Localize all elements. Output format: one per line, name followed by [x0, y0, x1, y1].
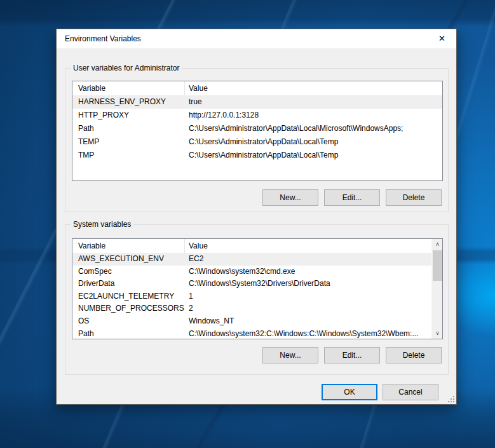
table-row[interactable]: TEMPC:\Users\Administrator\AppData\Local… [72, 135, 442, 149]
user-edit-button[interactable]: Edit... [324, 189, 380, 206]
scroll-down-icon[interactable]: ∨ [432, 328, 443, 339]
value-cell: C:\Users\Administrator\AppData\Local\Tem… [185, 149, 442, 162]
system-variables-group-label: System variables [71, 220, 133, 229]
variable-cell: TMP [72, 149, 185, 162]
variable-cell: TEMP [72, 135, 185, 149]
variable-cell: Path [72, 328, 185, 339]
variable-cell: OS [72, 315, 185, 328]
table-row[interactable]: AWS_EXECUTION_ENVEC2 [72, 253, 431, 266]
variable-cell: HARNESS_ENV_PROXY [72, 95, 185, 109]
value-cell: C:\Windows\system32\cmd.exe [185, 266, 431, 278]
column-header-variable[interactable]: Variable [72, 239, 185, 253]
user-new-button[interactable]: New... [262, 189, 318, 206]
vertical-scrollbar[interactable]: ∧ ∨ [431, 239, 442, 339]
scrollbar-thumb[interactable] [433, 250, 442, 281]
table-row[interactable]: ComSpecC:\Windows\system32\cmd.exe [72, 266, 431, 278]
variable-cell: AWS_EXECUTION_ENV [72, 253, 185, 266]
variable-cell: EC2LAUNCH_TELEMETRY [72, 290, 185, 303]
column-header-variable[interactable]: Variable [72, 81, 185, 95]
variable-cell: DriverData [72, 278, 185, 290]
close-icon: ✕ [438, 34, 445, 43]
table-row[interactable]: TMPC:\Users\Administrator\AppData\Local\… [72, 149, 442, 162]
system-edit-button[interactable]: Edit... [324, 347, 380, 363]
desktop-wallpaper: Environment Variables ✕ User variables f… [0, 0, 495, 448]
list-header[interactable]: Variable Value [72, 239, 442, 253]
close-button[interactable]: ✕ [428, 29, 456, 48]
user-variables-list[interactable]: Variable Value HARNESS_ENV_PROXYtrueHTTP… [72, 81, 443, 181]
variable-cell: HTTP_PROXY [72, 109, 185, 122]
value-cell: http://127.0.0.1:3128 [185, 109, 442, 122]
cancel-button[interactable]: Cancel [383, 384, 438, 400]
ok-button[interactable]: OK [322, 384, 377, 400]
value-cell: true [185, 95, 442, 109]
scroll-up-icon[interactable]: ∧ [432, 239, 443, 250]
title-bar[interactable]: Environment Variables ✕ [57, 29, 456, 48]
value-cell: C:\Windows\system32:C:\Windows:C:\Window… [185, 328, 431, 339]
variable-cell: ComSpec [72, 266, 185, 278]
value-cell: C:\Windows\System32\Drivers\DriverData [185, 278, 431, 290]
user-delete-button[interactable]: Delete [386, 189, 442, 206]
table-row[interactable]: PathC:\Windows\system32:C:\Windows:C:\Wi… [72, 328, 431, 339]
value-cell: 2 [185, 302, 431, 315]
window-title: Environment Variables [65, 29, 141, 48]
user-variables-group-label: User variables for Administrator [71, 64, 182, 72]
value-cell: 1 [185, 290, 431, 303]
value-cell: C:\Users\Administrator\AppData\Local\Tem… [185, 135, 442, 149]
value-cell: EC2 [185, 253, 431, 266]
table-row[interactable]: DriverDataC:\Windows\System32\Drivers\Dr… [72, 278, 431, 290]
column-header-value[interactable]: Value [185, 81, 442, 95]
list-header[interactable]: Variable Value [72, 81, 442, 95]
resize-grip[interactable] [448, 396, 454, 402]
table-row[interactable]: HARNESS_ENV_PROXYtrue [72, 95, 442, 109]
variable-cell: NUMBER_OF_PROCESSORS [72, 302, 185, 315]
system-new-button[interactable]: New... [262, 347, 318, 363]
table-row[interactable]: HTTP_PROXYhttp://127.0.0.1:3128 [72, 109, 442, 122]
variable-cell: Path [72, 122, 185, 135]
column-header-value[interactable]: Value [185, 239, 442, 253]
table-row[interactable]: OSWindows_NT [72, 315, 431, 328]
table-row[interactable]: NUMBER_OF_PROCESSORS2 [72, 302, 431, 315]
system-delete-button[interactable]: Delete [386, 347, 442, 363]
value-cell: Windows_NT [185, 315, 431, 328]
value-cell: C:\Users\Administrator\AppData\Local\Mic… [185, 122, 442, 135]
environment-variables-dialog: Environment Variables ✕ User variables f… [56, 29, 457, 405]
table-row[interactable]: EC2LAUNCH_TELEMETRY1 [72, 290, 431, 303]
system-variables-list[interactable]: Variable Value AWS_EXECUTION_ENVEC2ComSp… [72, 238, 443, 339]
table-row[interactable]: PathC:\Users\Administrator\AppData\Local… [72, 122, 442, 135]
